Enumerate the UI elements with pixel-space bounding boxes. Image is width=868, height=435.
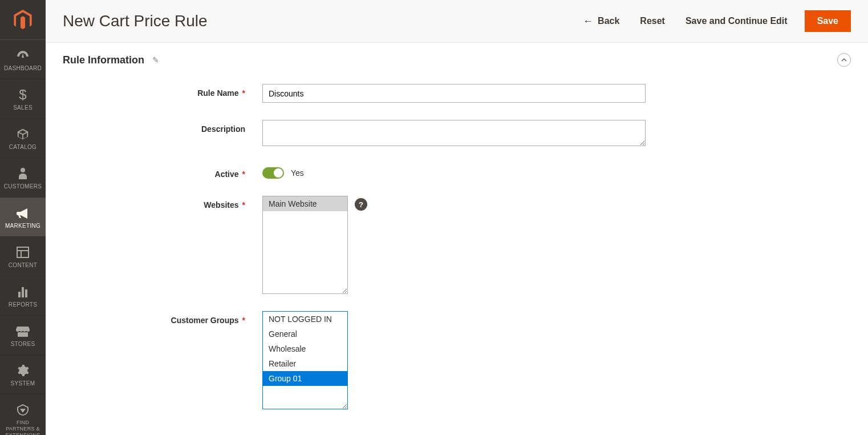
dollar-icon: $ — [19, 87, 26, 102]
sidebar-label: FIND PARTNERS & EXTENSIONS — [2, 420, 43, 435]
sidebar-label: MARKETING — [5, 223, 40, 229]
person-icon — [18, 166, 28, 181]
save-button[interactable]: Save — [805, 10, 851, 32]
sidebar-item-catalog[interactable]: CATALOG — [0, 119, 46, 158]
active-label: Active* — [63, 165, 262, 179]
sidebar-item-marketing[interactable]: MARKETING — [0, 198, 46, 237]
megaphone-icon — [16, 206, 30, 220]
sidebar-label: REPORTS — [9, 301, 37, 308]
dashboard-icon — [16, 48, 30, 63]
layout-icon — [17, 245, 29, 260]
store-icon — [16, 324, 30, 339]
magento-logo[interactable] — [0, 0, 46, 40]
gear-icon — [17, 363, 29, 378]
sidebar-item-customers[interactable]: CUSTOMERS — [0, 158, 46, 198]
collapse-button[interactable] — [837, 53, 851, 67]
sidebar-label: CONTENT — [9, 262, 37, 269]
websites-label: Websites* — [63, 196, 262, 210]
svg-marker-1 — [21, 17, 23, 29]
customer-group-option[interactable]: Group 01 — [263, 371, 347, 386]
sidebar-label: STORES — [11, 341, 35, 348]
field-active: Active* Yes — [63, 165, 851, 179]
customer-group-option[interactable]: Wholesale — [263, 341, 347, 356]
field-customer-groups: Customer Groups* NOT LOGGED IN General W… — [63, 311, 851, 409]
bar-chart-icon — [17, 284, 29, 299]
reset-button[interactable]: Reset — [630, 10, 675, 32]
admin-sidebar: DASHBOARD $ SALES CATALOG CUSTOMERS MARK… — [0, 0, 46, 435]
required-asterisk: * — [242, 316, 245, 325]
page-title: New Cart Price Rule — [63, 12, 573, 30]
box-icon — [17, 127, 29, 142]
description-label: Description — [63, 120, 262, 134]
sidebar-item-dashboard[interactable]: DASHBOARD — [0, 40, 46, 79]
sidebar-label: CUSTOMERS — [4, 183, 42, 190]
required-asterisk: * — [242, 170, 245, 179]
sidebar-item-content[interactable]: CONTENT — [0, 237, 46, 276]
field-description: Description — [63, 120, 851, 148]
page-header: New Cart Price Rule ← Back Reset Save an… — [46, 0, 868, 43]
help-icon[interactable]: ? — [355, 198, 367, 211]
svg-rect-8 — [22, 287, 24, 297]
sidebar-item-reports[interactable]: REPORTS — [0, 276, 46, 316]
rule-name-label: Rule Name* — [63, 84, 262, 98]
sidebar-label: SALES — [13, 104, 33, 111]
field-websites: Websites* Main Website ? — [63, 196, 851, 294]
back-label: Back — [598, 16, 619, 26]
active-value: Yes — [291, 168, 304, 178]
pencil-icon[interactable]: ✎ — [152, 55, 159, 65]
required-asterisk: * — [242, 200, 245, 210]
sidebar-label: DASHBOARD — [4, 65, 42, 72]
svg-rect-7 — [18, 292, 21, 297]
chevron-up-icon — [841, 58, 847, 62]
customer-group-option[interactable]: Retailer — [263, 356, 347, 371]
sidebar-item-find-partners[interactable]: FIND PARTNERS & EXTENSIONS — [0, 394, 46, 435]
main-content: New Cart Price Rule ← Back Reset Save an… — [46, 0, 868, 435]
svg-rect-9 — [25, 289, 27, 297]
svg-marker-2 — [23, 17, 25, 29]
description-input[interactable] — [262, 120, 646, 146]
sidebar-label: CATALOG — [9, 144, 36, 151]
rule-name-input[interactable] — [262, 84, 646, 103]
svg-point-3 — [21, 168, 25, 172]
sidebar-item-sales[interactable]: $ SALES — [0, 79, 46, 119]
save-continue-button[interactable]: Save and Continue Edit — [675, 10, 798, 32]
back-button[interactable]: ← Back — [573, 10, 630, 32]
sidebar-item-stores[interactable]: STORES — [0, 316, 46, 355]
section-heading: Rule Information ✎ — [46, 43, 868, 67]
section-title: Rule Information — [63, 54, 144, 66]
customer-group-option[interactable]: General — [263, 327, 347, 341]
arrow-left-icon: ← — [583, 16, 593, 26]
active-toggle[interactable] — [262, 167, 284, 179]
customer-groups-select[interactable]: NOT LOGGED IN General Wholesale Retailer… — [262, 311, 348, 409]
toggle-knob — [274, 168, 283, 178]
required-asterisk: * — [242, 88, 245, 98]
partners-icon — [16, 402, 30, 417]
magento-logo-icon — [14, 10, 32, 30]
customer-groups-label: Customer Groups* — [63, 311, 262, 325]
field-rule-name: Rule Name* — [63, 84, 851, 103]
rule-form: Rule Name* Description Active* — [46, 67, 868, 435]
customer-group-option[interactable]: NOT LOGGED IN — [263, 312, 347, 327]
websites-select[interactable]: Main Website — [262, 196, 348, 294]
website-option[interactable]: Main Website — [263, 196, 347, 211]
svg-rect-4 — [17, 247, 29, 257]
sidebar-item-system[interactable]: SYSTEM — [0, 355, 46, 394]
sidebar-label: SYSTEM — [11, 380, 35, 387]
